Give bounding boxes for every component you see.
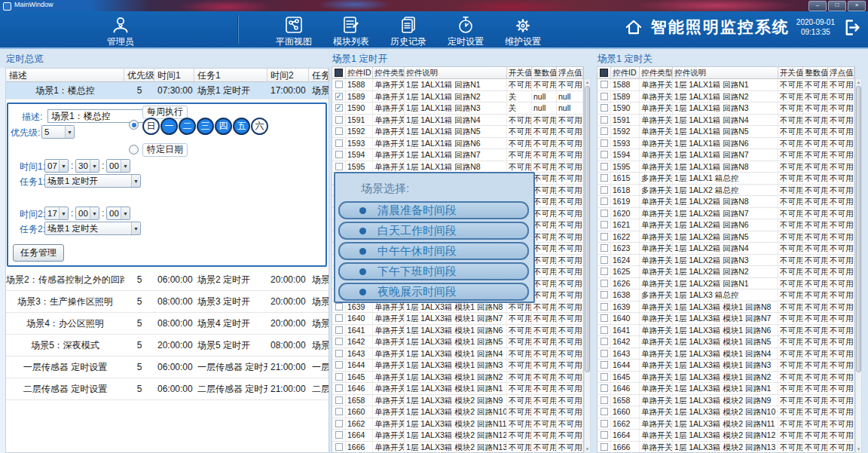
select-all-checkbox[interactable] [332, 67, 346, 79]
scene-option-5[interactable]: 夜晚展示时间段 [338, 283, 529, 301]
weekday-circle[interactable]: 日 [142, 118, 160, 135]
row-checkbox[interactable] [601, 326, 608, 334]
weekday-circle[interactable]: 一 [160, 118, 178, 135]
row-checkbox[interactable] [601, 186, 608, 194]
row-checkbox[interactable] [601, 314, 608, 322]
scrollbar-thumb[interactable] [856, 86, 861, 372]
time2-second-select[interactable]: 00▼ [106, 207, 130, 220]
control-row-1646[interactable]: 1646单路开关1层 1ALX3箱 模块1 回路N1不可用不可用不可用 [598, 383, 854, 395]
toolbar-item-plan-view[interactable]: 平面视图 [274, 15, 313, 48]
row-checkbox[interactable] [335, 127, 343, 135]
row-checkbox[interactable] [335, 408, 343, 415]
control-row-1658[interactable]: 1658单路开关1层 1ALX3箱 模块2 回路N9不可用不可用不可用 [598, 395, 854, 407]
scene-option-1[interactable]: 清晨准备时间段 [338, 201, 529, 219]
control-row-1595[interactable]: 1595单路开关1层 1ALX1箱 回路N8不可用不可用不可用 [332, 161, 583, 173]
row-checkbox[interactable] [601, 408, 608, 415]
row-checkbox[interactable] [601, 420, 608, 427]
overview-row[interactable]: 场景4：办公区照明508:00:00场景4 定时开20:00:00场景 [6, 313, 329, 335]
select-all-checkbox[interactable] [598, 67, 611, 79]
control-row-1643[interactable]: 1643单路开关1层 1ALX3箱 模块1 回路N4不可用不可用不可用 [332, 348, 583, 360]
control-row-1646[interactable]: 1646单路开关1层 1ALX3箱 模块1 回路N1不可用不可用不可用 [332, 383, 583, 395]
row-checkbox[interactable] [601, 338, 608, 345]
row-checkbox[interactable] [335, 163, 343, 170]
row-checkbox[interactable] [335, 93, 343, 100]
control-row-1623[interactable]: 1623单路开关1层 1ALX2箱 回路N4不可用不可用不可用 [598, 243, 854, 255]
control-row-1591[interactable]: 1591单路开关1层 1ALX1箱 回路N4不可用不可用不可用 [598, 115, 854, 127]
admin-user-button[interactable]: 管理员 [83, 15, 158, 48]
col-desc[interactable]: 描述 [6, 69, 124, 82]
weekday-circle[interactable]: 四 [215, 118, 232, 135]
row-checkbox[interactable] [335, 443, 343, 451]
control-row-1619[interactable]: 1619单路开关1层 1ALX2箱 回路N8不可用不可用不可用 [598, 196, 854, 208]
row-checkbox[interactable] [335, 81, 343, 88]
close-button[interactable]: × [848, 1, 866, 11]
control-row-1643[interactable]: 1643单路开关1层 1ALX3箱 模块1 回路N4不可用不可用不可用 [598, 348, 854, 360]
control-row-1645[interactable]: 1645单路开关1层 1ALX3箱 模块1 回路N2不可用不可用不可用 [598, 372, 854, 384]
row-checkbox[interactable] [601, 116, 608, 124]
control-row-1624[interactable]: 1624单路开关1层 1ALX2箱 回路N3不可用不可用不可用 [598, 255, 854, 267]
row-checkbox[interactable] [335, 420, 343, 427]
col-time1[interactable]: 时间1 [154, 69, 194, 82]
row-checkbox[interactable] [335, 431, 343, 439]
row-checkbox[interactable] [601, 197, 608, 205]
time1-hour-select[interactable]: 07▼ [44, 159, 69, 173]
row-checkbox[interactable] [601, 268, 608, 275]
col-task1[interactable]: 任务1 [194, 69, 267, 82]
row-checkbox[interactable] [601, 303, 608, 311]
row-checkbox[interactable] [335, 326, 343, 334]
row-checkbox[interactable] [601, 350, 608, 357]
time1-second-select[interactable]: 00▼ [106, 159, 130, 173]
weekday-circle[interactable]: 三 [197, 118, 214, 135]
row-checkbox[interactable] [601, 384, 608, 392]
control-row-1660[interactable]: 1660单路开关1层 1ALX3箱 模块2 回路N10不可用不可用不可用 [598, 406, 854, 418]
control-row-1644[interactable]: 1644单路开关1层 1ALX3箱 模块1 回路N3不可用不可用不可用 [598, 360, 854, 372]
control-row-1588[interactable]: 1588单路开关1层 1ALX1箱 回路N1不可用不可用不可用 [332, 79, 583, 91]
control-row-1645[interactable]: 1645单路开关1层 1ALX3箱 模块1 回路N2不可用不可用不可用 [332, 372, 583, 384]
control-row-1640[interactable]: 1640单路开关1层 1ALX3箱 模块1 回路N7不可用不可用不可用 [598, 313, 854, 325]
row-checkbox[interactable] [601, 244, 608, 252]
row-checkbox[interactable] [335, 104, 343, 112]
control-row-1588[interactable]: 1588单路开关1层 1ALX1箱 回路N1不可用不可用不可用 [598, 79, 854, 91]
control-row-1666[interactable]: 1666单路开关1层 1ALX3箱 模块2 回路N13不可用不可用不可用 [332, 442, 583, 453]
row-checkbox[interactable] [601, 431, 608, 439]
row-checkbox[interactable] [335, 303, 343, 311]
control-row-1664[interactable]: 1664单路开关1层 1ALX3箱 模块2 回路N12不可用不可用不可用 [332, 430, 583, 442]
weekday-circle[interactable]: 五 [233, 118, 250, 135]
row-checkbox[interactable] [601, 221, 608, 228]
row-checkbox[interactable] [601, 256, 608, 264]
control-row-1641[interactable]: 1641单路开关1层 1ALX3箱 模块1 回路N6不可用不可用不可用 [598, 325, 854, 337]
task1-select[interactable]: 场景1 定时开▼ [44, 174, 141, 188]
control-row-1615[interactable]: 1615多路开关1层 1ALX1 箱总控不可用不可用不可用 [598, 173, 854, 185]
row-checkbox[interactable] [335, 396, 343, 404]
control-row-1644[interactable]: 1644单路开关1层 1ALX3箱 模块1 回路N3不可用不可用不可用 [332, 360, 583, 372]
weekday-circle[interactable]: 二 [179, 118, 196, 135]
minimize-button[interactable]: – [808, 1, 827, 11]
toolbar-item-timer-settings[interactable]: 定时设置 [446, 15, 485, 48]
scene-on-scrollbar[interactable]: ▲ ▼ [584, 78, 591, 453]
scene-option-4[interactable]: 下午下班时间段 [338, 262, 529, 280]
weekday-circle[interactable]: 六 [251, 118, 268, 135]
overview-row[interactable]: 场景3：生产操作区照明508:00:00场景3 定时开20:00:00场景 [6, 291, 329, 313]
control-row-1638[interactable]: 1638多路开关1层 1ALX3 箱总控不可用不可用不可用 [598, 289, 854, 301]
control-row-1660[interactable]: 1660单路开关1层 1ALX3箱 模块2 回路N10不可用不可用不可用 [332, 406, 583, 418]
maximize-button[interactable]: □ [828, 1, 846, 11]
scene-option-2[interactable]: 白天工作时间段 [338, 222, 529, 240]
control-row-1626[interactable]: 1626单路开关1层 1ALX2箱 回路N1不可用不可用不可用 [598, 278, 854, 290]
row-checkbox[interactable] [601, 81, 608, 88]
row-checkbox[interactable] [335, 139, 343, 147]
col-task2[interactable]: 任务2 [309, 69, 329, 82]
row-checkbox[interactable] [335, 361, 343, 369]
row-checkbox[interactable] [601, 163, 608, 170]
control-row-1658[interactable]: 1658单路开关1层 1ALX3箱 模块2 回路N9不可用不可用不可用 [332, 395, 583, 407]
row-checkbox[interactable] [601, 151, 608, 158]
control-row-1594[interactable]: 1594单路开关1层 1ALX1箱 回路N7不可用不可用不可用 [332, 149, 583, 161]
control-row-1642[interactable]: 1642单路开关1层 1ALX3箱 模块1 回路N5不可用不可用不可用 [332, 336, 583, 348]
toolbar-item-maintenance-settings[interactable]: 维护设置 [503, 15, 542, 48]
toolbar-item-history[interactable]: 历史记录 [389, 15, 428, 48]
specific-date-radio[interactable] [129, 145, 139, 155]
control-row-1618[interactable]: 1618多路开关1层 1ALX2 箱总控不可用不可用不可用 [598, 185, 854, 197]
row-checkbox[interactable] [601, 93, 608, 100]
row-checkbox[interactable] [601, 104, 608, 112]
time2-hour-select[interactable]: 17▼ [44, 207, 69, 220]
row-checkbox[interactable] [335, 314, 343, 322]
